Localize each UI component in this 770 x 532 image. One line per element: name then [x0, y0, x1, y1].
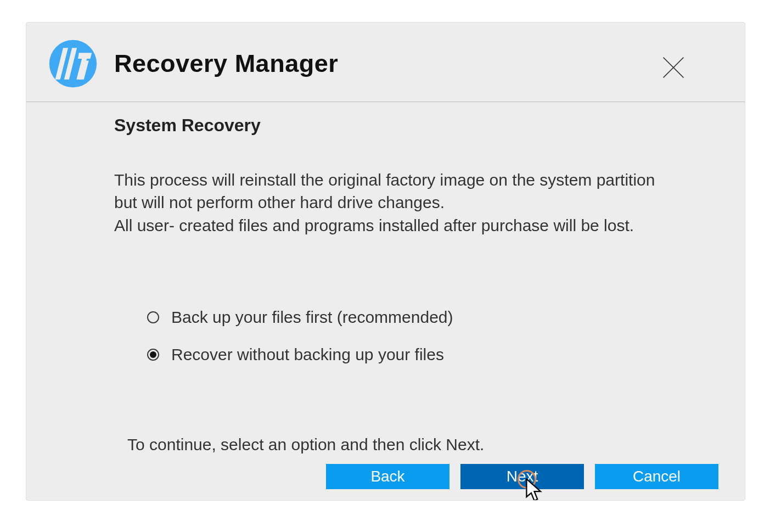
description: This process will reinstall the original…	[114, 169, 679, 237]
back-button[interactable]: Back	[326, 464, 449, 489]
recovery-manager-window: Recovery Manager System Recovery This pr…	[26, 22, 745, 501]
close-button[interactable]	[657, 51, 690, 84]
description-line-2: All user- created files and programs ins…	[114, 216, 634, 234]
header: Recovery Manager	[26, 23, 745, 102]
option-backup-first[interactable]: Back up your files first (recommended)	[147, 308, 679, 327]
cancel-button[interactable]: Cancel	[595, 464, 718, 489]
description-line-1: This process will reinstall the original…	[114, 171, 655, 211]
radio-icon	[147, 311, 159, 323]
option-label: Recover without backing up your files	[171, 345, 444, 364]
footer-buttons: Back Next Cancel	[326, 464, 718, 489]
body: System Recovery This process will reinst…	[26, 102, 745, 454]
option-recover-without-backup[interactable]: Recover without backing up your files	[147, 345, 679, 364]
hp-logo-icon	[48, 39, 98, 88]
app-title: Recovery Manager	[114, 49, 338, 78]
instruction-text: To continue, select an option and then c…	[127, 435, 679, 454]
radio-icon	[147, 349, 159, 361]
page-title: System Recovery	[114, 115, 679, 136]
close-icon	[661, 55, 686, 80]
options-group: Back up your files first (recommended) R…	[147, 308, 679, 364]
option-label: Back up your files first (recommended)	[171, 308, 453, 327]
next-button[interactable]: Next	[460, 464, 584, 489]
